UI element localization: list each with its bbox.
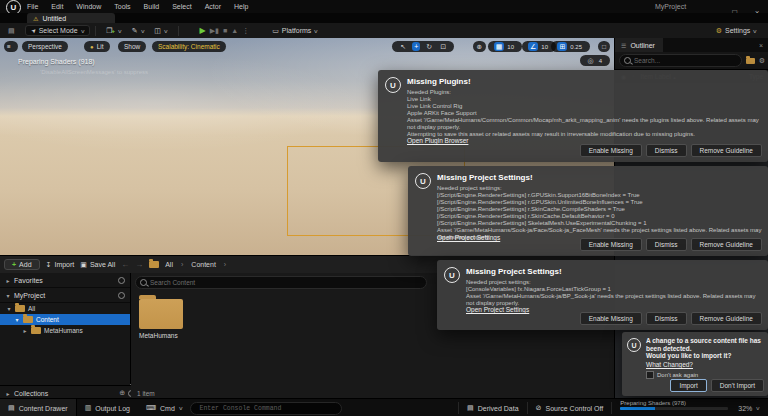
maximize-viewport-button[interactable]: □ — [598, 41, 610, 52]
skip-to-end-button[interactable]: ▶▮ — [208, 26, 221, 35]
platforms-dropdown[interactable]: ▭ Platforms∨ — [267, 26, 323, 36]
menu-select[interactable]: Select — [172, 3, 191, 10]
menu-help[interactable]: Help — [234, 3, 248, 10]
import-button[interactable]: ↧ Import — [46, 261, 75, 269]
grid-snap-control[interactable]: ▦ 10 — [488, 41, 522, 52]
outliner-settings-icon[interactable]: ⚙ — [759, 57, 765, 65]
breadcrumb-content[interactable]: Content — [191, 261, 216, 268]
enable-missing-button[interactable]: Enable Missing — [580, 144, 642, 157]
cinematics-icon: ◫ — [154, 27, 161, 35]
dont-ask-again-checkbox[interactable] — [646, 371, 654, 379]
console-command-field[interactable] — [190, 402, 342, 415]
shader-progress-bar — [620, 407, 728, 410]
project-section[interactable]: ▾ MyProject — [0, 288, 130, 303]
open-plugin-browser-link[interactable]: Open Plugin Browser — [407, 137, 468, 144]
scale-tool[interactable]: ⊡ — [438, 42, 448, 51]
eject-button[interactable]: ▲ — [229, 26, 240, 35]
content-drawer-icon[interactable]: ▤ — [6, 26, 17, 35]
shader-progress-percent[interactable]: 32%∨ — [736, 399, 768, 416]
asset-label: MetaHumans — [139, 332, 195, 339]
menu-edit[interactable]: Edit — [51, 3, 63, 10]
enable-missing-button[interactable]: Enable Missing — [580, 312, 642, 325]
world-coordinate-toggle[interactable]: ⊕ — [473, 41, 486, 52]
content-search[interactable] — [135, 276, 427, 289]
remove-guideline-button[interactable]: Remove Guideline — [691, 144, 762, 157]
viewport-options-menu[interactable]: ≡ — [4, 41, 18, 52]
scalability-warning-pill[interactable]: Scalability: Cinematic — [152, 41, 226, 52]
rotate-tool[interactable]: ↻ — [424, 42, 434, 51]
favorites-search-icon[interactable] — [118, 277, 125, 284]
breadcrumb-all[interactable]: All — [165, 261, 173, 268]
favorites-section[interactable]: ▸ Favorites — [0, 273, 130, 288]
forward-button[interactable]: → — [135, 260, 143, 269]
tree-item-content[interactable]: ▾ Content — [0, 314, 130, 325]
import-button[interactable]: Import — [670, 379, 706, 392]
tab-untitled[interactable]: ⚠ Untitled — [27, 13, 115, 23]
camera-speed-icon: ◎ — [586, 56, 596, 65]
menu-file[interactable]: File — [27, 3, 38, 10]
remove-guideline-button[interactable]: Remove Guideline — [691, 312, 762, 325]
derived-data-button[interactable]: ▤ Derived Data — [459, 399, 526, 416]
settings-dropdown[interactable]: ⚙ Settings∨ — [711, 26, 762, 36]
remove-guideline-button[interactable]: Remove Guideline — [691, 238, 762, 251]
missing-project-settings-dialog-1: U Missing Project Settings! Needed proje… — [408, 166, 768, 256]
asset-tile-metahumans[interactable]: MetaHumans — [139, 299, 195, 339]
dismiss-button[interactable]: Dismiss — [646, 312, 687, 325]
select-tool[interactable]: ↖ — [398, 42, 408, 51]
perspective-dropdown[interactable]: Perspective — [22, 41, 68, 52]
outliner-search[interactable] — [619, 54, 742, 67]
stop-button[interactable]: ■ — [221, 26, 229, 35]
open-project-settings-link[interactable]: Open Project Settings — [466, 306, 529, 313]
output-log-button[interactable]: ▥ Output Log — [77, 399, 138, 416]
dont-import-button[interactable]: Don't Import — [711, 379, 764, 392]
cmd-dropdown[interactable]: ⌨ Cmd∨ — [138, 399, 191, 416]
add-button[interactable]: + Add — [4, 259, 40, 270]
shader-progress-label: Preparing Shaders (978) — [620, 400, 728, 406]
camera-speed-control[interactable]: ◎ 4 — [580, 55, 610, 66]
outliner-tab-bar: ☰ Outliner × — [615, 38, 768, 52]
what-changed-link[interactable]: What Changed? — [646, 361, 693, 368]
preparing-shaders-overlay: Preparing Shaders (918) — [18, 58, 95, 65]
enable-missing-button[interactable]: Enable Missing — [580, 238, 642, 251]
add-collection-icon[interactable]: ⊕ — [119, 389, 125, 397]
content-drawer-button[interactable]: ▤ Content Drawer — [0, 399, 77, 416]
asset-tab-bar: ⚠ Untitled — [0, 13, 768, 23]
view-mode-dropdown[interactable]: ●Lit — [84, 41, 110, 52]
add-actor-dropdown[interactable]: ❒ + ∨ — [101, 26, 126, 36]
menu-tools[interactable]: Tools — [114, 3, 130, 10]
cinematics-dropdown[interactable]: ◫ ∨ — [149, 26, 172, 36]
project-search-icon[interactable] — [118, 292, 125, 299]
new-folder-icon[interactable] — [746, 58, 755, 64]
suppress-hint-text: 'DisableAllScreenMessages' to suppress — [40, 69, 148, 75]
item-count: 1 item — [137, 390, 155, 397]
panel-close-icon[interactable]: × — [759, 42, 763, 49]
back-button[interactable]: ← — [121, 260, 129, 269]
play-options-kebab[interactable]: ⋮ — [240, 26, 251, 35]
menu-window[interactable]: Window — [76, 3, 101, 10]
dialog-body: Needed Plugins: Live Link Live Link Cont… — [407, 89, 762, 138]
save-all-button[interactable]: ▣ Save All — [80, 261, 115, 269]
rotation-snap-icon: ∠ — [528, 42, 538, 51]
select-mode-dropdown[interactable]: ➤ Select Mode∨ — [25, 25, 91, 36]
scale-snap-control[interactable]: ⊞ 0.25 — [551, 41, 590, 52]
tree-item-all[interactable]: ▾ All — [0, 303, 130, 314]
open-project-settings-link[interactable]: Open Project Settings — [437, 234, 500, 241]
tree-item-metahumans[interactable]: ▸ MetaHumans — [0, 325, 130, 336]
menu-build[interactable]: Build — [144, 3, 160, 10]
dont-ask-again-option[interactable]: Don't ask again — [646, 371, 698, 379]
source-control-button[interactable]: ⊘ Source Control Off — [528, 399, 612, 416]
play-button[interactable]: ▶ — [198, 26, 208, 35]
content-search-input[interactable] — [136, 279, 426, 286]
move-tool[interactable]: + — [412, 42, 420, 51]
dismiss-button[interactable]: Dismiss — [646, 144, 687, 157]
show-flags-dropdown[interactable]: Show — [118, 41, 146, 52]
unreal-logo-icon: U — [385, 77, 401, 93]
outliner-search-input[interactable] — [620, 57, 741, 64]
dismiss-button[interactable]: Dismiss — [646, 238, 687, 251]
folder-icon — [139, 299, 183, 329]
console-command-input[interactable] — [191, 405, 341, 412]
dialog-body: Needed project settings: [ConsoleVariabl… — [466, 279, 762, 307]
menu-actor[interactable]: Actor — [205, 3, 221, 10]
tab-outliner[interactable]: ☰ Outliner — [615, 38, 663, 52]
blueprints-dropdown[interactable]: ✎ ∨ — [127, 26, 150, 36]
